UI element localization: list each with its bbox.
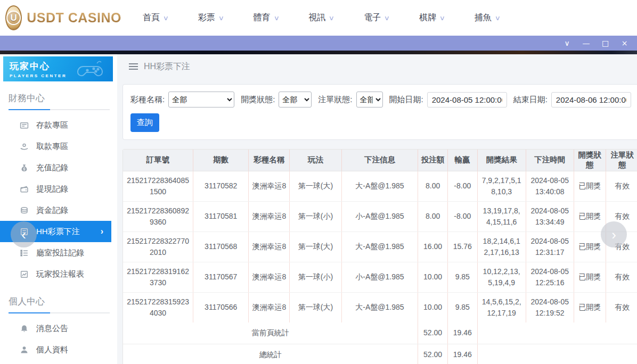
nav-item[interactable]: 捕魚∨ <box>475 12 500 23</box>
chevron-left-icon: ‹ <box>21 228 26 242</box>
nav-item-label: 首頁 <box>143 12 160 23</box>
cell-play: 第一球(大) <box>290 171 341 201</box>
close-button[interactable]: × <box>620 39 628 47</box>
column-header: 彩種名稱 <box>249 150 290 171</box>
column-header: 注單狀態 <box>606 150 637 171</box>
cell-order-no: 2152172283640851500 <box>123 171 193 201</box>
cell-order-no: 2152172283191623730 <box>123 262 193 292</box>
cell-bet: 8.00 <box>418 201 448 231</box>
sidebar-item-bell[interactable]: 消息公告 <box>0 318 117 339</box>
cell-order-status: 有效 <box>606 292 637 322</box>
summary-empty <box>477 322 637 344</box>
order-status-select[interactable]: 全部 <box>356 92 383 107</box>
column-header: 開獎狀態 <box>574 150 606 171</box>
minimize-button[interactable]: — <box>582 39 590 47</box>
cell-period: 31170566 <box>193 292 249 322</box>
sidebar-item-label: 廳室投註記錄 <box>36 248 84 258</box>
cell-order-no: 2152172283608929360 <box>123 201 193 231</box>
column-header: 訂單號 <box>123 150 193 171</box>
table-row: 215217228322770201031170568澳洲幸运8第一球(大)大-… <box>123 231 637 262</box>
cell-winloss: -8.00 <box>447 171 477 201</box>
cell-lottery: 澳洲幸运8 <box>249 231 290 262</box>
filter-panel: 彩種名稱: 全部 開獎狀態: 全部 注單狀態: 全部 開始日期: 結束日期: <box>123 84 637 140</box>
chevron-right-icon: › <box>611 228 616 242</box>
summary-row: 總統計52.0019.46 <box>123 344 637 364</box>
nav-item[interactable]: 首頁∨ <box>143 12 168 23</box>
cell-time: 2024-08-05 12:25:16 <box>526 262 574 292</box>
draw-status-label: 開獎狀態: <box>241 95 275 105</box>
gamepad-icon <box>76 59 107 79</box>
cell-winloss: -8.00 <box>447 201 477 231</box>
cell-period: 31170567 <box>193 262 249 292</box>
page-title: HH彩票下注 <box>144 61 190 72</box>
hall-icon <box>20 249 29 258</box>
cell-lottery: 澳洲幸运8 <box>249 171 290 201</box>
lottery-name-select[interactable]: 全部 <box>168 92 234 107</box>
carousel-left-arrow[interactable]: ‹ <box>11 221 37 247</box>
sidebar-item-label: 提現記錄 <box>36 184 68 194</box>
table-row: 215217228364085150031170582澳洲幸运8第一球(大)大-… <box>123 171 637 201</box>
nav-item-label: 捕魚 <box>475 12 492 23</box>
cell-bet: 16.00 <box>418 231 448 262</box>
chevron-down-icon: ∨ <box>163 14 169 22</box>
sidebar-item-recharge[interactable]: 充值記錄 <box>0 157 117 178</box>
usdt-casino-logo-icon: U <box>5 5 22 30</box>
cell-lottery: 澳洲幸运8 <box>249 262 290 292</box>
decor-strip <box>0 51 637 54</box>
sidebar-item-withdraw[interactable]: 取款專區 <box>0 136 117 157</box>
sidebar-item-gear[interactable]: 修改密碼 <box>0 360 117 364</box>
sidebar-item-label: 存款專區 <box>36 120 68 130</box>
column-header: 下注信息 <box>341 150 418 171</box>
page-header: HH彩票下注 <box>123 54 637 79</box>
cell-winloss: 9.85 <box>447 262 477 292</box>
chevron-right-icon: › <box>101 227 103 236</box>
funds-icon <box>20 206 29 215</box>
nav-item-label: 棋牌 <box>419 12 436 23</box>
top-nav: 首頁∨彩票∨體育∨視訊∨電子∨棋牌∨捕魚∨ <box>143 12 500 23</box>
nav-item[interactable]: 體育∨ <box>254 12 279 23</box>
sidebar-item-cashout[interactable]: 提現記錄 <box>0 178 117 200</box>
collapse-chevron-icon[interactable]: ∨ <box>563 39 571 47</box>
start-date-input[interactable] <box>427 92 507 107</box>
sidebar-item-funds[interactable]: 資金記錄 <box>0 200 117 221</box>
brand-title: USDT CASINO <box>27 10 121 26</box>
cell-result: 14,5,6,15,2,12,17,19 <box>477 292 526 322</box>
cell-result: 7,9,2,17,5,18,10,3 <box>477 171 526 201</box>
table-row: 215217228319162373031170567澳洲幸运8第一球(小)小-… <box>123 262 637 292</box>
summary-label: 總統計 <box>123 344 418 364</box>
cell-result: 13,19,17,8,4,15,11,6 <box>477 201 526 231</box>
sidebar-item-deposit[interactable]: 存款專區 <box>0 114 117 136</box>
carousel-right-arrow[interactable]: › <box>601 221 627 247</box>
nav-item-label: 體育 <box>254 12 271 23</box>
nav-item[interactable]: 電子∨ <box>364 12 389 23</box>
logo-letter: U <box>6 11 21 25</box>
search-button[interactable]: 查詢 <box>130 113 159 132</box>
cell-order-no: 2152172283227702010 <box>123 231 193 262</box>
column-header: 期數 <box>193 150 249 171</box>
deposit-icon <box>20 121 29 130</box>
nav-item[interactable]: 彩票∨ <box>198 12 224 23</box>
chevron-down-icon: ∨ <box>329 14 334 22</box>
cell-play: 第一球(小) <box>290 201 341 231</box>
cell-draw-status: 已開獎 <box>574 171 606 201</box>
brand[interactable]: U USDT CASINO <box>0 5 121 30</box>
lottery-name-label: 彩種名稱: <box>130 95 165 105</box>
nav-item[interactable]: 棋牌∨ <box>419 12 445 23</box>
cell-play: 第一球(小) <box>290 262 341 292</box>
nav-item[interactable]: 視訊∨ <box>308 12 334 23</box>
hamburger-menu-icon[interactable] <box>129 63 138 70</box>
sidebar-item-report[interactable]: 玩家投注報表 <box>0 263 117 285</box>
draw-status-select[interactable]: 全部 <box>279 92 312 107</box>
maximize-button[interactable]: □ <box>601 39 609 47</box>
summary-bet-total: 52.00 <box>418 322 448 344</box>
report-icon <box>20 270 29 279</box>
summary-empty <box>477 344 637 364</box>
cell-result: 18,2,14,6,12,17,16,13 <box>477 231 526 262</box>
table-header-row: 訂單號期數彩種名稱玩法下注信息投注額輸贏開獎結果下注時間開獎狀態注單狀態 <box>123 150 637 171</box>
end-date-input[interactable] <box>551 92 631 107</box>
sidebar-section-label: 個人中心 <box>9 295 110 313</box>
workspace: 玩家中心 PLAYERS CENTER 財務中心存款專區取款專區充值記錄提現記錄… <box>0 54 637 364</box>
recharge-icon <box>20 163 29 172</box>
chevron-down-icon: ∨ <box>439 14 445 22</box>
sidebar-item-user[interactable]: 個人資料 <box>0 339 117 360</box>
